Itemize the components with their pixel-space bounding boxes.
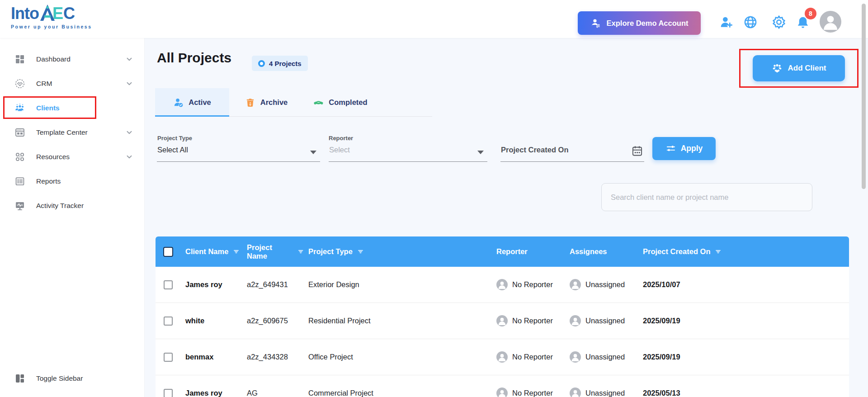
column-header-client-name[interactable]: Client Name — [181, 247, 242, 256]
sidebar-item-template-center[interactable]: Template Center — [0, 120, 144, 145]
topbar: Into E C Power up your Business Explore … — [0, 0, 868, 38]
toggle-sidebar-icon — [14, 373, 25, 384]
project-created-on-datepicker[interactable]: Project Created On — [500, 143, 644, 162]
sort-icon — [233, 248, 240, 255]
sort-icon — [357, 248, 364, 255]
chevron-down-icon — [125, 80, 133, 88]
column-header-project-created-on[interactable]: Project Created On — [638, 247, 849, 256]
select-all-checkbox[interactable] — [163, 247, 173, 257]
activity-tracker-icon — [14, 200, 25, 211]
sidebar-item-activity-tracker[interactable]: Activity Tracker — [0, 194, 144, 218]
row-checkbox-cell — [156, 317, 181, 326]
chevron-down-icon — [477, 151, 484, 154]
chevron-down-icon — [125, 55, 133, 63]
table-row[interactable]: white a2z_609675 Residential Project No … — [156, 303, 849, 339]
cell-assignees: Unassigned — [565, 279, 638, 290]
sidebar-nav: Dashboard CRM Clients Template Center Re… — [0, 38, 144, 218]
cell-project-created-on: 2025/09/19 — [638, 317, 849, 325]
tab-completed[interactable]: Completed — [303, 88, 377, 116]
cell-reporter: No Reporter — [492, 388, 565, 397]
row-checkbox[interactable] — [164, 280, 173, 289]
row-checkbox[interactable] — [164, 389, 173, 397]
explore-demo-account-label: Explore Demo Account — [607, 19, 689, 28]
logo-text-c: C — [63, 5, 75, 22]
cell-reporter: No Reporter — [492, 315, 565, 326]
cell-project-type: Residential Project — [304, 317, 492, 325]
avatar-icon — [570, 351, 581, 363]
add-user-icon[interactable] — [719, 15, 734, 29]
apply-filters-button[interactable]: Apply — [652, 137, 716, 160]
notification-count-badge: 8 — [805, 8, 816, 19]
brand-logo[interactable]: Into E C Power up your Business — [11, 4, 92, 29]
column-header-project-name[interactable]: Project Name — [242, 243, 304, 260]
search-input[interactable] — [601, 183, 812, 211]
avatar-icon — [570, 388, 581, 397]
cell-project-type: Exterior Design — [304, 280, 492, 289]
cell-assignees: Unassigned — [565, 388, 638, 397]
table-row[interactable]: James roy a2z_649431 Exterior Design No … — [156, 267, 849, 303]
column-header-assignees: Assignees — [565, 247, 638, 256]
resources-icon — [14, 151, 25, 162]
sidebar-item-reports[interactable]: Reports — [0, 169, 144, 194]
annotation-box-add-client: Add Client — [739, 49, 859, 88]
cell-client-name: white — [181, 317, 242, 325]
avatar-icon — [496, 315, 508, 326]
logo-text-into: Into — [11, 5, 39, 22]
cell-project-type: Commercial Project — [304, 389, 492, 397]
project-type-filter-label: Project Type — [157, 135, 192, 142]
reports-icon — [14, 176, 25, 187]
sidebar-item-crm[interactable]: CRM — [0, 71, 144, 96]
avatar-icon — [570, 279, 581, 290]
column-label: Project Name — [247, 243, 293, 260]
sliders-icon — [665, 143, 676, 154]
settings-gear-icon[interactable] — [771, 14, 787, 30]
reporter-filter-label: Reporter — [329, 135, 353, 142]
row-checkbox[interactable] — [164, 317, 173, 326]
tab-active[interactable]: Active — [155, 88, 229, 116]
cell-project-name: a2z_609675 — [242, 317, 304, 325]
sort-icon — [715, 248, 722, 255]
clients-icon — [14, 103, 25, 113]
globe-icon[interactable] — [743, 15, 758, 29]
add-client-label: Add Client — [788, 64, 826, 73]
cell-project-created-on: 2025/10/07 — [638, 280, 849, 289]
apply-label: Apply — [681, 144, 703, 153]
row-checkbox-cell — [156, 280, 181, 289]
column-label: Project Created On — [643, 247, 710, 256]
chevron-down-icon — [125, 153, 133, 161]
page-scrollbar-thumb[interactable] — [862, 4, 866, 189]
sidebar-item-clients[interactable]: Clients — [0, 96, 144, 120]
projects-table: Client NameProject NameProject TypeRepor… — [156, 236, 849, 397]
explore-demo-account-button[interactable]: Explore Demo Account — [578, 11, 701, 35]
table-header-row: Client NameProject NameProject TypeRepor… — [156, 236, 849, 267]
row-checkbox-cell — [156, 353, 181, 362]
cell-project-type: Office Project — [304, 353, 492, 361]
row-checkbox-cell — [156, 389, 181, 397]
reporter-select[interactable]: Select — [329, 143, 487, 162]
tab-archive[interactable]: Archive — [229, 88, 303, 116]
ring-icon — [258, 60, 265, 67]
table-row[interactable]: James roy AG Commercial Project No Repor… — [156, 375, 849, 397]
add-client-button[interactable]: Add Client — [753, 55, 845, 81]
sidebar-item-dashboard[interactable]: Dashboard — [0, 47, 144, 71]
reporter-select-placeholder: Select — [329, 146, 350, 154]
column-header-project-type[interactable]: Project Type — [304, 247, 492, 256]
column-label: Client Name — [185, 247, 228, 256]
archive-trash-icon — [245, 97, 255, 108]
row-checkbox[interactable] — [164, 353, 173, 362]
page-title: All Projects — [157, 50, 231, 66]
avatar-icon — [570, 315, 581, 326]
sidebar-item-resources[interactable]: Resources — [0, 145, 144, 169]
project-type-select[interactable]: Select All — [157, 143, 320, 162]
avatar-icon — [496, 279, 508, 290]
cell-client-name: James roy — [181, 389, 242, 397]
user-avatar[interactable] — [820, 11, 841, 33]
table-row[interactable]: benmax a2z_434328 Office Project No Repo… — [156, 339, 849, 375]
notifications-bell-icon[interactable]: 8 — [796, 15, 810, 30]
sidebar: Dashboard CRM Clients Template Center Re… — [0, 38, 145, 397]
cell-project-created-on: 2025/09/19 — [638, 353, 849, 361]
header-checkbox-cell — [156, 247, 181, 257]
project-type-select-value: Select All — [157, 146, 188, 154]
toggle-sidebar-button[interactable]: Toggle Sidebar — [14, 366, 83, 391]
avatar-icon — [496, 351, 508, 363]
